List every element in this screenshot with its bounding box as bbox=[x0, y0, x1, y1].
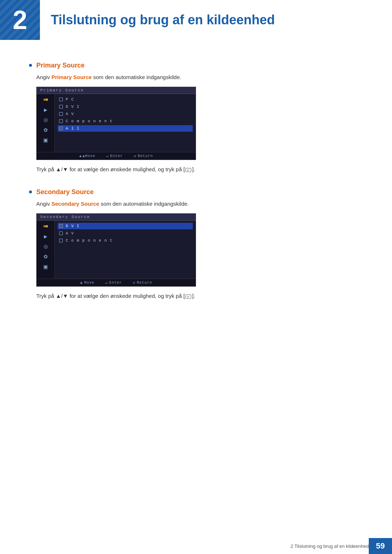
page-title: Tilslutning og brug af en kildeenhed bbox=[51, 12, 275, 28]
primary-source-osd-menu: Primary Source ⇒ ▶ ◎ ✿ ▣ P C D V bbox=[36, 87, 196, 160]
primary-source-osd-list: P C D V I A V C o m p o n e n t bbox=[55, 94, 196, 152]
header-title-block: Tilslutning og brug af en kildeenhed bbox=[40, 0, 392, 40]
osd-monitor-icon: ▶ bbox=[44, 108, 47, 112]
osd-item-dvi-sec: D V I bbox=[58, 223, 193, 229]
page-footer: 2 Tilslutning og brug af en kildeenhed 5… bbox=[0, 538, 392, 554]
footer-content: 2 Tilslutning og brug af en kildeenhed 5… bbox=[291, 538, 392, 554]
primary-source-title: Primary Source bbox=[36, 62, 85, 69]
primary-source-osd-content: ⇒ ▶ ◎ ✿ ▣ P C D V I bbox=[37, 94, 196, 152]
osd-sidebar-secondary: ⇒ ▶ ◎ ✿ ▣ bbox=[37, 221, 55, 279]
osd-checkbox-av-sec bbox=[59, 231, 63, 235]
footer-chapter-ref: 2 Tilslutning og brug af en kildeenhed bbox=[291, 543, 369, 549]
primary-source-note: Tryk på ▲/▼ for at vælge den ønskede mul… bbox=[36, 165, 363, 174]
secondary-source-section: Secondary Source Angiv Secondary Source … bbox=[29, 188, 363, 300]
osd-item-pc: P C bbox=[58, 96, 193, 103]
secondary-source-title: Secondary Source bbox=[36, 188, 94, 196]
osd-checkbox-component-sec bbox=[59, 239, 63, 242]
primary-source-section: Primary Source Angiv Primary Source som … bbox=[29, 62, 363, 174]
osd-item-component: C o m p o n e n t bbox=[58, 118, 193, 124]
osd-footer-secondary: ▲ Move ↵ Enter ↺ Return bbox=[37, 279, 196, 286]
osd-gear-icon-2: ✿ bbox=[44, 254, 48, 259]
osd-checkbox-component bbox=[59, 119, 63, 123]
osd-checkbox-all bbox=[59, 127, 63, 130]
osd-footer-move: ▲ ▲Move bbox=[79, 154, 95, 158]
osd-item-dvi: D V I bbox=[58, 103, 193, 110]
secondary-source-osd-menu: Secondary Source ⇒ ▶ ◎ ✿ ▣ D V I bbox=[36, 213, 196, 287]
osd-checkbox-av bbox=[59, 112, 63, 116]
osd-item-component-sec: C o m p o n e n t bbox=[58, 237, 193, 244]
page-header: 2 Tilslutning og brug af en kildeenhed bbox=[0, 0, 392, 40]
chapter-number: 2 bbox=[13, 7, 27, 33]
osd-item-all: A l l bbox=[58, 125, 193, 132]
primary-source-desc: Angiv Primary Source som den automatiske… bbox=[36, 73, 363, 82]
osd-item-av-sec: A V bbox=[58, 230, 193, 237]
osd-footer-enter: ↵ Enter bbox=[106, 154, 123, 158]
secondary-source-bullet-row: Secondary Source bbox=[29, 188, 363, 196]
osd-footer-enter-2: ↵ Enter bbox=[105, 280, 122, 285]
bullet-icon bbox=[29, 64, 32, 67]
bullet-icon-2 bbox=[29, 190, 32, 193]
primary-source-osd-title: Primary Source bbox=[37, 87, 196, 94]
osd-footer-move-2: ▲ Move bbox=[80, 280, 94, 285]
osd-checkbox-dvi bbox=[59, 105, 63, 108]
osd-sidebar-primary: ⇒ ▶ ◎ ✿ ▣ bbox=[37, 94, 55, 152]
osd-gear-icon: ✿ bbox=[44, 127, 48, 132]
secondary-source-osd-content: ⇒ ▶ ◎ ✿ ▣ D V I A V bbox=[37, 221, 196, 279]
osd-checkbox-pc bbox=[59, 98, 63, 101]
secondary-source-osd-list: D V I A V C o m p o n e n t bbox=[55, 221, 196, 279]
osd-footer-return-2: ↺ Return bbox=[133, 280, 152, 285]
osd-circle-icon-2: ◎ bbox=[44, 244, 48, 249]
osd-display-icon: ▣ bbox=[43, 138, 48, 143]
osd-checkbox-dvi-sec bbox=[59, 224, 63, 228]
chapter-number-block: 2 bbox=[0, 0, 40, 40]
secondary-source-note: Tryk på ▲/▼ for at vælge den ønskede mul… bbox=[36, 292, 363, 300]
footer-page-number: 59 bbox=[369, 538, 392, 554]
osd-circle-icon: ◎ bbox=[44, 117, 48, 122]
osd-monitor-icon-2: ▶ bbox=[44, 234, 47, 239]
primary-source-bullet-row: Primary Source bbox=[29, 62, 363, 69]
page-content: Primary Source Angiv Primary Source som … bbox=[0, 62, 392, 344]
osd-arrow-icon-2: ⇒ bbox=[43, 223, 48, 229]
osd-footer-return: ↺ Return bbox=[134, 154, 153, 158]
osd-footer-primary: ▲ ▲Move ↵ Enter ↺ Return bbox=[37, 152, 196, 160]
secondary-source-desc: Angiv Secondary Source som den automatis… bbox=[36, 200, 363, 208]
osd-display-icon-2: ▣ bbox=[43, 264, 48, 269]
secondary-source-osd-title: Secondary Source bbox=[37, 214, 196, 221]
osd-arrow-icon: ⇒ bbox=[43, 97, 48, 103]
osd-item-av: A V bbox=[58, 111, 193, 117]
